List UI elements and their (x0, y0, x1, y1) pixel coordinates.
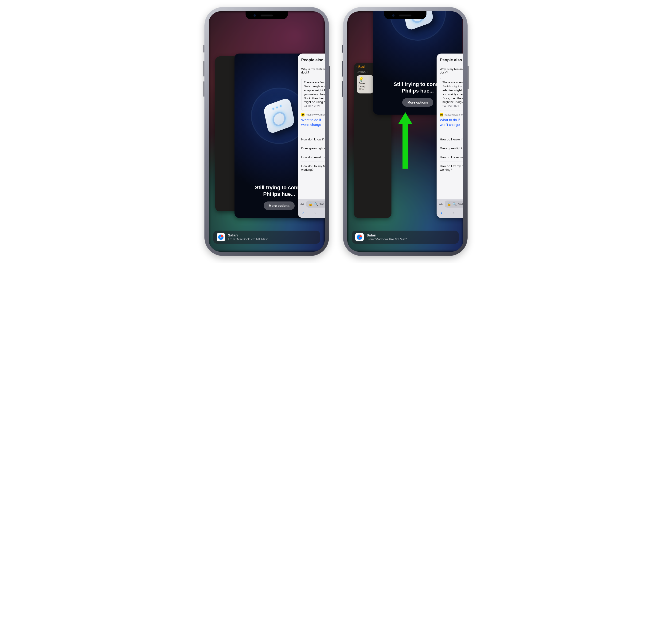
phone-left: hue Hue Still trying to connePhilips hue… (204, 7, 329, 256)
lock-icon: 🔒 (308, 202, 312, 206)
paa-answer-box: There are a few dif Switch might not b a… (440, 78, 463, 111)
phone-frame: hue Hue Still trying to connePhilips hue… (204, 7, 329, 256)
accessory-value: 97% (358, 88, 372, 91)
app-card-safari[interactable]: Safari People also as Why is my Nintendo… (437, 53, 463, 218)
handoff-title: Safari (367, 234, 407, 237)
safari-bottom-bar: AA 🔒 🔍 swi ‹ › (437, 199, 463, 218)
accessory-name: AwesLamp (358, 82, 372, 88)
search-icon: 🔍 (453, 202, 457, 206)
handoff-banner[interactable]: Safari From "MacBook Pro M1 Max" (352, 230, 459, 244)
side-button-vol-up (204, 61, 204, 77)
back-icon[interactable]: ‹ (441, 210, 442, 216)
paa-question-1[interactable]: Why is my Nintendodock? (301, 65, 325, 77)
paa-answer-box: There are a few dif Switch might not b a… (301, 78, 325, 111)
safari-app-icon (217, 233, 225, 241)
paa-heading: People also as (301, 58, 325, 63)
paa-question-4[interactable]: How do I reset my N (301, 153, 325, 162)
app-card-safari[interactable]: Safari People also as Why is my Nintendo… (298, 53, 325, 218)
more-options-button[interactable]: More options (402, 98, 433, 106)
chevron-left-icon: ‹ (356, 65, 357, 69)
result-link[interactable]: What to do ifwon't charge (301, 118, 325, 127)
more-options-button[interactable]: More options (264, 201, 295, 210)
paa-question-2[interactable]: How do I know if my (440, 135, 463, 144)
forward-icon: › (453, 210, 455, 216)
side-button-vol-down (204, 81, 204, 97)
result-url: iMhttps://www.imor (301, 113, 325, 117)
paa-question-1[interactable]: Why is my Nintendodock? (440, 65, 463, 77)
side-button-silence (204, 45, 204, 53)
notch (384, 11, 426, 19)
screen[interactable]: ‹ Back LIVING R 💡 AwesLamp 97% Still try… (347, 11, 463, 252)
side-button-vol-up (342, 61, 343, 77)
swipe-up-arrow-annotation (398, 112, 412, 169)
text-size-button[interactable]: AA (439, 202, 442, 206)
favicon-icon: iM (440, 113, 443, 117)
svg-marker-1 (398, 112, 412, 169)
paa-question-2[interactable]: How do I know if my (301, 135, 325, 144)
phone-frame: ‹ Back LIVING R 💡 AwesLamp 97% Still try… (343, 7, 468, 256)
side-button-power (468, 66, 468, 89)
notch (246, 11, 288, 19)
result-link[interactable]: What to do ifwon't charge (440, 118, 463, 127)
back-label: Back (358, 65, 366, 69)
handoff-banner[interactable]: Safari From "MacBook Pro M1 Max" (213, 230, 320, 244)
forward-icon: › (314, 210, 316, 216)
paa-question-5[interactable]: How do I fix my Nintworking? (440, 162, 463, 174)
search-icon: 🔍 (314, 202, 318, 206)
screen[interactable]: hue Hue Still trying to connePhilips hue… (209, 11, 325, 252)
side-button-vol-down (342, 81, 343, 97)
side-button-silence (342, 45, 343, 53)
paa-question-3[interactable]: Does green light on s (301, 144, 325, 153)
paa-question-5[interactable]: How do I fix my Nintworking? (301, 162, 325, 174)
bulb-icon: 💡 (358, 77, 372, 82)
address-text: swi (458, 202, 463, 206)
handoff-title: Safari (228, 234, 268, 237)
lock-icon: 🔒 (447, 202, 451, 206)
address-field[interactable]: 🔒 🔍 swi (445, 200, 463, 208)
paa-heading: People also as (440, 58, 463, 63)
result-url: iMhttps://www.imor (440, 113, 463, 117)
address-text: swi (319, 202, 324, 206)
safari-bottom-bar: AA 🔒 🔍 swi ‹ › (298, 199, 325, 218)
paa-question-3[interactable]: Does green light on s (440, 144, 463, 153)
paa-question-4[interactable]: How do I reset my N (440, 153, 463, 162)
handoff-subtitle: From "MacBook Pro M1 Max" (228, 237, 268, 241)
accessory-tile[interactable]: 💡 AwesLamp 97% (357, 75, 374, 94)
back-icon[interactable]: ‹ (302, 210, 304, 216)
text-size-button[interactable]: AA (300, 202, 304, 206)
address-field[interactable]: 🔒 🔍 swi (306, 200, 325, 208)
phone-right: ‹ Back LIVING R 💡 AwesLamp 97% Still try… (343, 7, 468, 256)
favicon-icon: iM (301, 113, 304, 117)
side-button-power (329, 66, 330, 89)
handoff-subtitle: From "MacBook Pro M1 Max" (367, 237, 407, 241)
safari-app-icon (355, 233, 364, 241)
